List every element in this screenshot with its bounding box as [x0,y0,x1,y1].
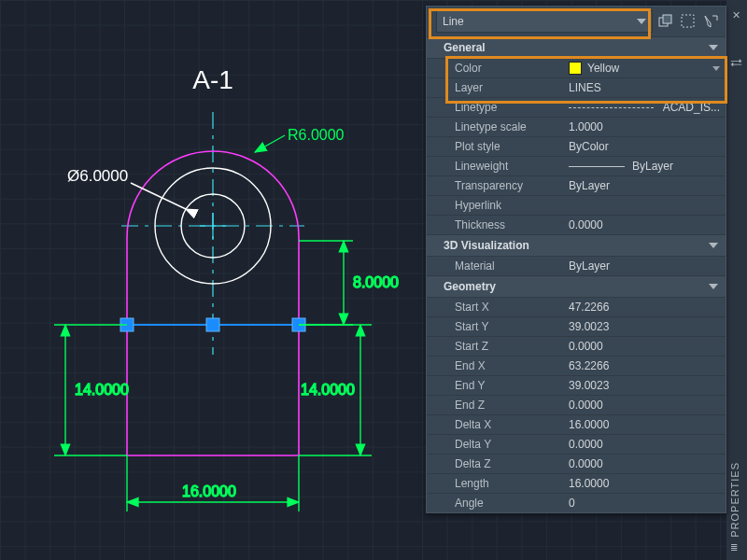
prop-delta-y[interactable]: Delta Y0.0000 [427,434,726,454]
prop-material[interactable]: MaterialByLayer [427,256,726,275]
section-geometry[interactable]: Geometry [427,275,726,297]
prop-delta-x[interactable]: Delta X16.0000 [427,414,726,434]
svg-rect-28 [682,15,694,27]
close-icon[interactable]: ✕ [732,9,740,21]
dim-8: 8.0000 [299,241,399,325]
object-type-select[interactable]: Line [436,10,653,33]
prop-delta-z[interactable]: Delta Z0.0000 [427,454,726,473]
chevron-down-icon [709,243,718,248]
svg-rect-27 [663,15,671,23]
quick-select-icon[interactable] [701,12,720,31]
prop-thickness[interactable]: Thickness0.0000 [427,215,726,234]
svg-text:14.0000: 14.0000 [75,382,129,398]
prop-color[interactable]: ColorYellow [427,58,726,77]
panel-gutter: ✕ ⮂ PROPERTIES ≣ [726,0,747,560]
prop-angle[interactable]: Angle0 [427,493,726,512]
prop-end-z[interactable]: End Z0.0000 [427,395,726,414]
svg-text:8.0000: 8.0000 [353,274,399,290]
dim-right-14: 14.0000 [299,325,372,455]
dim-diameter: Ø6.0000 [67,167,186,209]
chevron-down-icon [709,45,718,50]
prop-length[interactable]: Length16.0000 [427,473,726,493]
prop-lineweight[interactable]: LineweightByLayer [427,156,726,175]
prop-layer[interactable]: LayerLINES [427,77,726,97]
dim-radius: R6.0000 [255,127,345,152]
chevron-down-icon [712,66,720,71]
svg-line-6 [255,135,285,152]
prop-end-y[interactable]: End Y39.0023 [427,375,726,395]
prop-transparency[interactable]: TransparencyByLayer [427,175,726,195]
section-3d[interactable]: 3D Visualization [427,234,726,256]
object-type-label: Line [443,15,464,28]
svg-text:14.0000: 14.0000 [301,382,355,398]
linetype-preview [569,107,654,108]
prop-start-z[interactable]: Start Z0.0000 [427,336,726,356]
chevron-down-icon [709,284,718,289]
toggle-pickadd-icon[interactable] [656,12,675,31]
grip-mid[interactable] [206,318,219,331]
prop-plotstyle[interactable]: Plot styleByColor [427,136,726,156]
section-general[interactable]: General [427,36,726,58]
pin-icon[interactable]: ⮂ [730,56,742,70]
panel-title: PROPERTIES [729,462,740,538]
lineweight-preview [569,166,625,167]
svg-text:R6.0000: R6.0000 [288,127,345,143]
dim-bottom-16: 16.0000 [127,455,299,511]
select-objects-icon[interactable] [679,12,698,31]
svg-text:Ø6.0000: Ø6.0000 [67,167,128,185]
prop-end-x[interactable]: End X63.2266 [427,356,726,375]
prop-start-y[interactable]: Start Y39.0023 [427,316,726,336]
prop-ltscale[interactable]: Linetype scale1.0000 [427,117,726,136]
svg-text:16.0000: 16.0000 [182,483,236,499]
menu-icon[interactable]: ≣ [730,545,741,556]
drawing-title: A-1 [192,65,233,94]
properties-panel: Line General ColorYellow LayerLINES Line… [426,6,726,513]
dim-left-14: 14.0000 [54,325,129,455]
prop-linetype[interactable]: LinetypeACAD_IS... [427,97,726,117]
color-swatch [569,62,582,75]
prop-start-x[interactable]: Start X47.2266 [427,297,726,316]
prop-hyperlink[interactable]: Hyperlink [427,195,726,215]
chevron-down-icon [637,19,646,24]
